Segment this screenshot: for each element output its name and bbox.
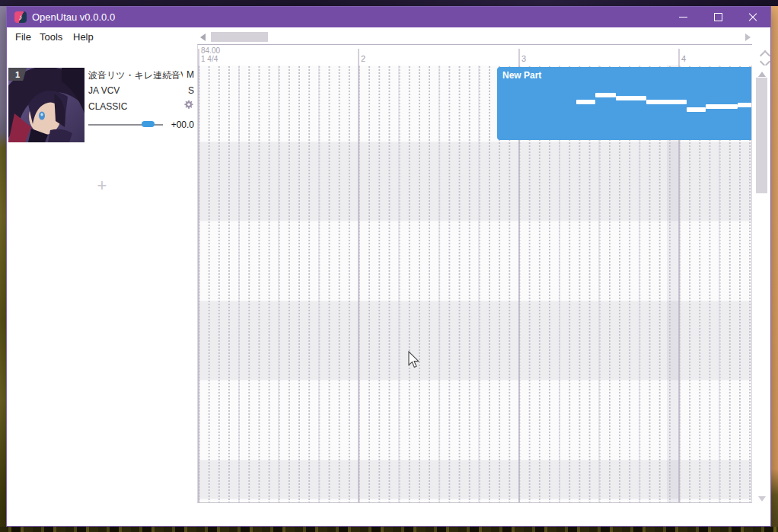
note[interactable]	[706, 104, 738, 109]
menu-file[interactable]: File	[13, 30, 33, 43]
ruler-position-label: 1 4/4	[201, 55, 218, 63]
close-button[interactable]	[735, 7, 770, 27]
note[interactable]	[576, 100, 595, 104]
volume-value: +00.0	[156, 119, 194, 130]
music-note-icon: ♪	[19, 14, 23, 21]
volume-slider-handle[interactable]	[142, 121, 155, 127]
wallpaper-bottom	[0, 527, 778, 532]
measure-number: 2	[361, 54, 365, 63]
app-window: ♪ OpenUtau v0.0.0.0 File Tools Help 4/4 …	[6, 6, 771, 527]
note[interactable]	[687, 107, 706, 112]
measure-number: 3	[521, 54, 526, 63]
part-label: New Part	[502, 70, 541, 81]
note[interactable]	[646, 100, 687, 104]
minimize-button[interactable]	[665, 7, 700, 27]
arrangement-grid[interactable]: New Part	[197, 65, 752, 503]
wallpaper-right	[771, 6, 778, 532]
track-panel: 1 波音リツ・キレ連続音Ver M JA VCV S CLASSIC +00.0…	[7, 45, 197, 503]
ruler-measure-lines	[198, 49, 752, 65]
scroll-up-button[interactable]	[758, 72, 766, 77]
horizontal-scrollbar-thumb[interactable]	[211, 32, 268, 42]
phonemizer-name[interactable]: JA VCV	[88, 85, 120, 96]
menu-help[interactable]: Help	[71, 30, 96, 43]
ruler-tempo-label: 84.00	[201, 46, 220, 55]
minimize-icon	[679, 17, 687, 18]
window-title: OpenUtau v0.0.0.0	[32, 11, 115, 23]
wallpaper-left	[0, 6, 6, 532]
titlebar[interactable]: ♪ OpenUtau v0.0.0.0	[7, 7, 770, 27]
measure-number: 4	[681, 54, 686, 63]
solo-button[interactable]: S	[182, 85, 194, 96]
maximize-button[interactable]	[700, 7, 735, 27]
note[interactable]	[738, 103, 752, 107]
note[interactable]	[616, 96, 646, 100]
menubar: File Tools Help	[7, 27, 770, 45]
add-track-button[interactable]: +	[92, 176, 112, 196]
renderer-name[interactable]: CLASSIC	[88, 101, 127, 112]
close-icon	[748, 13, 757, 22]
app-icon: ♪	[14, 11, 27, 23]
maximize-icon	[714, 13, 722, 21]
note[interactable]	[595, 93, 616, 97]
desktop: { "titlebar": { "title": "OpenUtau v0.0.…	[0, 0, 778, 532]
scroll-left-button[interactable]	[200, 33, 206, 41]
vertical-scrollbar	[754, 65, 770, 503]
wallpaper-top	[0, 0, 778, 6]
timeline-ruler[interactable]: 84.00 1 4/4 2 3 4	[197, 44, 752, 65]
menu-tools[interactable]: Tools	[37, 30, 65, 43]
mute-button[interactable]: M	[182, 69, 194, 80]
scroll-down-button[interactable]	[758, 496, 766, 502]
scroll-right-button[interactable]	[745, 33, 751, 41]
vertical-scrollbar-thumb[interactable]	[756, 78, 767, 193]
gear-icon[interactable]	[183, 100, 194, 110]
singer-name[interactable]: 波音リツ・キレ連続音Ver	[88, 69, 183, 82]
part[interactable]: New Part	[497, 67, 752, 140]
